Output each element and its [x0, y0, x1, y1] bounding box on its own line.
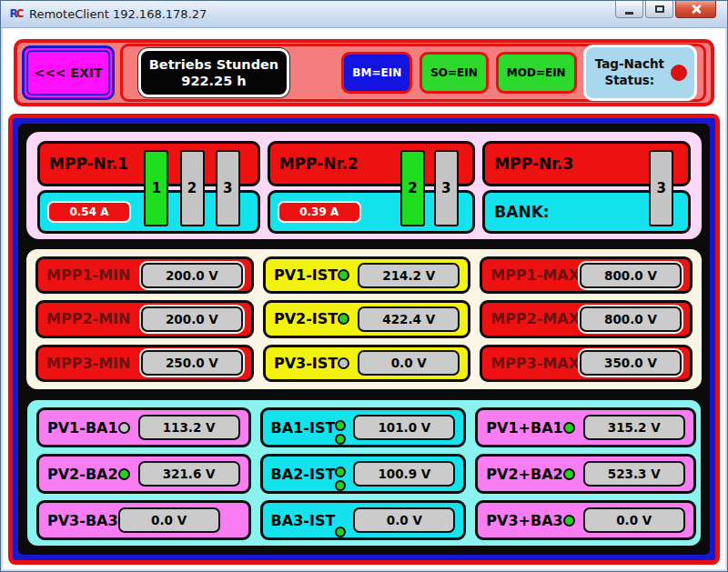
value-display: 200.0 V — [141, 263, 243, 288]
channel-number: 3 — [441, 180, 450, 196]
status-led-icon — [335, 467, 346, 477]
row-pv3-plus-ba3: PV3+BA3 0.0 V — [475, 500, 695, 540]
main-panel-inner: MPP-Nr.1 0.54 A 1 2 3 — [18, 124, 710, 555]
value-display: 0.0 V — [353, 507, 455, 533]
value-display: 800.0 V — [580, 306, 682, 332]
voltage-limits-section: MPP1-MIN 200.0 V PV1-IST 214.2 V MPP1-MA… — [25, 247, 703, 391]
day-night-status-label: Tag-Nacht Status: — [595, 56, 664, 88]
led-column — [335, 503, 346, 537]
so-status-button[interactable]: SO=EIN — [420, 52, 489, 94]
day-night-line2: Status: — [595, 73, 664, 89]
row-label: MPP1-MIN — [46, 266, 130, 284]
value-display: 422.4 V — [358, 306, 460, 332]
window-controls — [613, 1, 722, 18]
row-label: MPP3-MIN — [46, 355, 130, 372]
value-display: 100.9 V — [353, 461, 455, 487]
row-label: PV2+BA2 — [486, 466, 562, 483]
row-label: PV2-IST — [274, 310, 338, 327]
row-label: PV3-BA3 — [47, 512, 118, 529]
channel-number: 2 — [187, 180, 197, 196]
status-led-icon — [118, 468, 130, 480]
maximize-icon — [655, 5, 664, 13]
mpp-unit-2-name: MPP-Nr.2 — [270, 155, 359, 173]
row-mpp2-max: MPP2-MAX 800.0 V — [480, 300, 693, 337]
value-display: 250.0 V — [141, 350, 243, 376]
row-label: PV1-BA1 — [47, 419, 118, 437]
mpp-unit-2-current-display: 0.39 A — [278, 201, 361, 223]
row-label: BA2-IST — [271, 466, 336, 483]
row-pv3-ist: PV3-IST 0.0 V — [263, 345, 470, 382]
row-mpp1-min: MPP1-MIN 200.0 V — [35, 256, 254, 294]
row-label: BA3-IST — [271, 512, 336, 529]
minimize-button[interactable] — [615, 1, 643, 18]
day-night-indicator-icon — [671, 65, 687, 81]
row-pv1-ist: PV1-IST 214.2 V — [263, 256, 470, 294]
row-mpp2-min: MPP2-MIN 200.0 V — [35, 300, 254, 337]
day-night-status: Tag-Nacht Status: — [586, 47, 694, 98]
row-label: PV3+BA3 — [486, 512, 562, 529]
status-led-icon — [335, 527, 346, 537]
mpp-unit-3-name: MPP-Nr.3 — [485, 155, 573, 173]
row-mpp3-max: MPP3-MAX 350.0 V — [480, 345, 693, 382]
row-label: MPP2-MAX — [490, 310, 580, 327]
status-led-icon — [338, 313, 349, 325]
row-ba3-ist: BA3-IST 0.0 V — [260, 500, 467, 540]
battery-section: PV1-BA1 113.2 V BA1-IST 101.0 V PV1+BA1 … — [25, 397, 703, 548]
value-display: 315.2 V — [583, 415, 685, 440]
mpp-unit-3: MPP-Nr.3 BANK: 3 — [482, 141, 691, 230]
value-display: 0.0 V — [358, 350, 460, 376]
row-label: PV3-IST — [274, 355, 338, 372]
channel-number: 2 — [408, 180, 417, 196]
row-pv1-plus-ba1: PV1+BA1 315.2 V — [475, 407, 695, 447]
mpp-unit-1-name: MPP-Nr.1 — [40, 155, 128, 173]
led-column — [335, 457, 346, 491]
row-mpp3-min: MPP3-MIN 250.0 V — [35, 345, 254, 382]
row-pv2-ist: PV2-IST 422.4 V — [263, 300, 470, 337]
row-label: MPP1-MAX — [490, 266, 580, 284]
remote-client-window: RC RemoteClient 192.168.178.27 <<< EXIT … — [0, 0, 728, 572]
toolbar-status-frame: Betriebs Stunden 922.25 h BM=EIN SO=EIN … — [120, 44, 706, 102]
value-display: 113.2 V — [138, 415, 240, 440]
status-led-icon — [118, 422, 130, 434]
channel-number: 3 — [223, 180, 232, 196]
value-display: 214.2 V — [358, 263, 460, 288]
row-mpp1-max: MPP1-MAX 800.0 V — [480, 256, 693, 294]
channel-bar-3: 3 — [649, 150, 673, 226]
window-title: RemoteClient 192.168.178.27 — [29, 7, 207, 21]
toolbar: <<< EXIT Betriebs Stunden 922.25 h BM=EI… — [14, 39, 714, 106]
channel-number: 3 — [657, 180, 666, 196]
channel-bar-2: 2 — [180, 150, 205, 226]
status-led-icon — [563, 515, 575, 527]
channel-bar-3: 3 — [216, 150, 240, 226]
value-display: 101.0 V — [353, 415, 455, 440]
mod-status-button[interactable]: MOD=EIN — [496, 52, 577, 94]
close-button[interactable] — [675, 1, 716, 18]
operating-hours-display: Betriebs Stunden 922.25 h — [141, 51, 287, 95]
row-label: MPP2-MIN — [46, 310, 130, 327]
maximize-button[interactable] — [645, 1, 673, 18]
row-label: PV2-BA2 — [47, 466, 118, 483]
row-pv3-ba3: PV3-BA3 0.0 V — [36, 500, 251, 540]
bm-status-button[interactable]: BM=EIN — [341, 52, 412, 94]
close-icon — [691, 4, 702, 15]
row-label: BA1-IST — [271, 419, 336, 437]
mpp-overview-section: MPP-Nr.1 0.54 A 1 2 3 — [25, 130, 703, 241]
titlebar[interactable]: RC RemoteClient 192.168.178.27 — [1, 1, 727, 28]
row-label: PV1-IST — [274, 266, 338, 284]
minimize-icon — [625, 12, 633, 15]
main-panel: MPP-Nr.1 0.54 A 1 2 3 — [8, 114, 720, 565]
row-ba1-ist: BA1-IST 101.0 V — [260, 407, 467, 447]
exit-button[interactable]: <<< EXIT — [22, 45, 115, 100]
status-led-icon — [563, 422, 575, 434]
exit-button-label: <<< EXIT — [26, 50, 110, 95]
bank-label: BANK: — [485, 203, 549, 221]
channel-bar-2: 2 — [400, 150, 425, 226]
led-column — [335, 410, 346, 445]
mpp-unit-2: MPP-Nr.2 0.39 A 2 3 — [268, 141, 476, 230]
value-display: 0.0 V — [118, 507, 220, 533]
operating-hours-title: Betriebs Stunden — [145, 56, 283, 73]
status-led-icon — [563, 468, 575, 480]
channel-number: 1 — [152, 180, 161, 196]
row-label: MPP3-MAX — [490, 355, 580, 372]
status-led-icon — [335, 420, 346, 431]
